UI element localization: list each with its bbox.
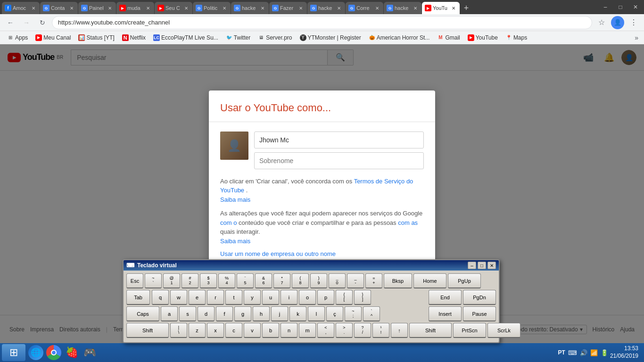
- vk-maximize-button[interactable]: □: [478, 262, 486, 269]
- key-6[interactable]: &6: [255, 273, 272, 288]
- key-r[interactable]: r: [207, 290, 224, 305]
- key-w[interactable]: w: [170, 290, 187, 305]
- bookmark-twitter[interactable]: 🐦 Twitter: [223, 33, 254, 42]
- key-period[interactable]: >.: [336, 323, 353, 338]
- tab-corre[interactable]: G Corre ✕: [346, 2, 383, 14]
- key-k[interactable]: k: [289, 306, 306, 321]
- bookmark-status[interactable]: 📊 Status [YT]: [75, 33, 117, 42]
- key-7[interactable]: *7: [273, 273, 290, 288]
- tab-conta-close[interactable]: ✕: [68, 5, 75, 11]
- bookmark-server[interactable]: 🖥 Server.pro: [255, 33, 295, 42]
- key-i[interactable]: i: [281, 290, 297, 305]
- taskbar-app-game[interactable]: 🎮: [81, 344, 98, 361]
- tab-hacke1[interactable]: G hacke ✕: [231, 2, 269, 14]
- refresh-button[interactable]: ↻: [36, 16, 49, 29]
- bookmark-netflix[interactable]: N Netflix: [119, 33, 149, 42]
- key-s[interactable]: s: [179, 306, 196, 321]
- tab-fazer-close[interactable]: ✕: [297, 5, 304, 11]
- key-u[interactable]: u: [262, 290, 279, 305]
- key-cedilla[interactable]: ç: [326, 306, 343, 321]
- key-tilde[interactable]: ~`: [145, 273, 162, 288]
- key-up-arrow[interactable]: ↑: [391, 323, 408, 338]
- tab-muda[interactable]: ▶ muda ✕: [116, 2, 154, 14]
- tab-fb[interactable]: f Amoc ✕: [2, 2, 40, 14]
- key-slash[interactable]: ?/: [354, 323, 371, 338]
- key-z[interactable]: z: [189, 323, 206, 338]
- key-pause[interactable]: Pause: [463, 306, 496, 321]
- key-home[interactable]: Home: [413, 273, 446, 288]
- key-o[interactable]: o: [299, 290, 316, 305]
- address-input[interactable]: [52, 16, 592, 29]
- key-d[interactable]: d: [198, 306, 215, 321]
- tab-hacke3-close[interactable]: ✕: [412, 5, 419, 11]
- key-pgup[interactable]: PgUp: [448, 273, 481, 288]
- key-pgdn[interactable]: PgDn: [463, 290, 496, 305]
- key-5[interactable]: ¨5: [237, 273, 254, 288]
- key-t[interactable]: t: [225, 290, 242, 305]
- bookmark-american[interactable]: 🎃 American Horror St...: [365, 33, 433, 42]
- key-backspace[interactable]: Bksp: [384, 273, 412, 288]
- key-y[interactable]: y: [244, 290, 261, 305]
- key-m[interactable]: m: [299, 323, 316, 338]
- tab-painel[interactable]: G Painel ✕: [78, 2, 116, 14]
- bookmark-star[interactable]: ☆: [595, 16, 608, 29]
- bookmark-meu-canal[interactable]: ▶ Meu Canal: [32, 33, 74, 42]
- tab-painel-close[interactable]: ✕: [107, 5, 113, 11]
- key-end[interactable]: End: [429, 290, 462, 305]
- key-9[interactable]: )9: [310, 273, 327, 288]
- minimize-button[interactable]: –: [599, 2, 612, 12]
- tab-fb-close[interactable]: ✕: [30, 5, 37, 11]
- key-h[interactable]: h: [253, 306, 270, 321]
- forward-button[interactable]: →: [20, 16, 33, 29]
- key-j[interactable]: j: [271, 306, 288, 321]
- key-f[interactable]: f: [216, 306, 233, 321]
- key-bracket-close[interactable]: }]: [354, 290, 371, 305]
- key-l[interactable]: l: [308, 306, 325, 321]
- chrome-menu-button[interactable]: ⋮: [627, 16, 640, 29]
- key-bracket-open[interactable]: {[: [336, 290, 353, 305]
- tab-hacke3[interactable]: G hacke ✕: [384, 2, 421, 14]
- taskbar-app-chrome[interactable]: [45, 344, 62, 361]
- taskbar-app-ie[interactable]: 🌐: [27, 344, 44, 361]
- new-tab-button[interactable]: +: [460, 2, 472, 14]
- bookmark-apps[interactable]: ⊞ Apps: [4, 33, 31, 42]
- start-button[interactable]: ⊞: [2, 344, 25, 361]
- key-8[interactable]: (8: [292, 273, 309, 288]
- tab-hacke2-close[interactable]: ✕: [336, 5, 342, 11]
- key-p[interactable]: p: [317, 290, 334, 305]
- key-prtscn[interactable]: PrtScn: [453, 323, 486, 338]
- learn-more-1-link[interactable]: Saiba mais: [220, 196, 250, 203]
- key-g[interactable]: g: [234, 306, 251, 321]
- bookmark-ytmonster[interactable]: Y YTMonster | Register: [297, 33, 364, 42]
- key-shift-right[interactable]: Shift: [409, 323, 452, 338]
- learn-more-2-link[interactable]: Saiba mais: [220, 238, 250, 245]
- tab-conta[interactable]: G Conta ✕: [40, 2, 78, 14]
- profile-icon[interactable]: 👤: [611, 16, 624, 29]
- key-v[interactable]: v: [244, 323, 261, 338]
- bookmark-gmail[interactable]: M Gmail: [434, 33, 463, 42]
- tab-hacke2[interactable]: G hacke ✕: [307, 2, 345, 14]
- maximize-button[interactable]: □: [614, 2, 627, 12]
- key-n[interactable]: n: [281, 323, 297, 338]
- tab-youtube-close[interactable]: ✕: [450, 5, 457, 11]
- key-a[interactable]: a: [161, 306, 178, 321]
- key-q[interactable]: q: [152, 290, 169, 305]
- tab-seuc[interactable]: ▶ Seu C ✕: [155, 2, 192, 14]
- key-caret[interactable]: `^: [363, 306, 380, 321]
- network-icon[interactable]: 🔊: [580, 349, 587, 356]
- last-name-input[interactable]: [254, 152, 424, 169]
- taskbar-app-fruit[interactable]: 🍓: [63, 344, 80, 361]
- keyboard-tray-icon[interactable]: ⌨: [568, 349, 577, 356]
- key-2[interactable]: #2: [182, 273, 198, 288]
- tab-fazer[interactable]: G Fazer ✕: [269, 2, 307, 14]
- key-insert[interactable]: Insert: [429, 306, 462, 321]
- key-scrlk[interactable]: ScrLk: [487, 323, 520, 338]
- key-exclaim[interactable]: ¹!: [372, 323, 389, 338]
- key-semicolon[interactable]: ~;: [345, 306, 362, 321]
- vk-close-button[interactable]: ✕: [487, 262, 496, 269]
- key-shift-left[interactable]: Shift: [126, 323, 169, 338]
- volume-icon[interactable]: 📶: [590, 349, 598, 356]
- tab-politic-close[interactable]: ✕: [221, 5, 228, 11]
- bookmark-youtube[interactable]: ▶ YouTube: [464, 33, 501, 42]
- key-c[interactable]: c: [225, 323, 242, 338]
